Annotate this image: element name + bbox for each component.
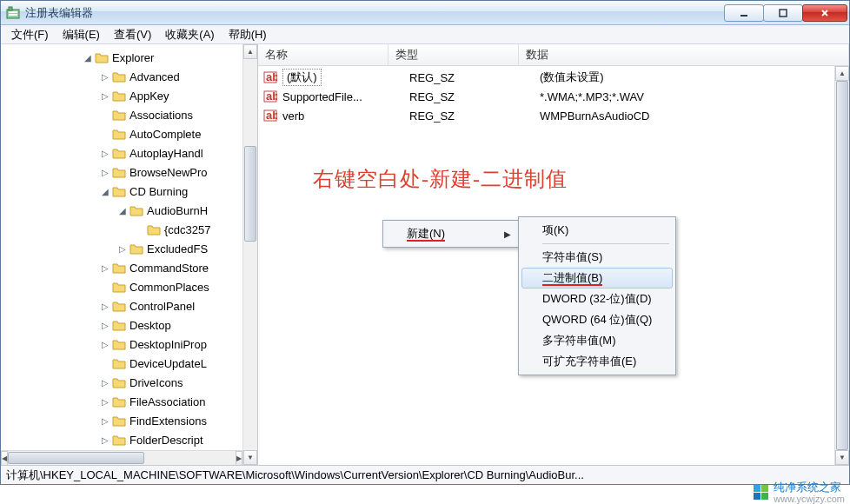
expand-icon[interactable]: ▷ <box>100 397 110 407</box>
menu-help[interactable]: 帮助(H) <box>222 25 274 44</box>
col-type[interactable]: 类型 <box>388 44 519 65</box>
expand-icon[interactable]: ▷ <box>100 378 110 388</box>
tree-item[interactable]: ▷CommandStore <box>1 258 257 277</box>
tree-item[interactable]: ▷Desktop <box>1 315 257 335</box>
expand-icon[interactable]: ▷ <box>100 435 110 445</box>
tree-item[interactable]: ▷FileAssociation <box>1 392 257 411</box>
none-icon <box>135 225 145 235</box>
scroll-up-icon[interactable]: ▲ <box>835 66 849 81</box>
folder-icon <box>112 281 126 293</box>
list-row[interactable]: ab verb REG_SZ WMPBurnAsAudioCD <box>258 106 849 125</box>
folder-icon <box>112 338 126 350</box>
titlebar[interactable]: 注册表编辑器 <box>1 1 849 25</box>
value-name: (默认) <box>282 69 322 86</box>
tree-item[interactable]: ▷FolderDescript <box>1 430 257 449</box>
none-icon <box>100 110 110 120</box>
tree-item[interactable]: ▷DriveIcons <box>1 373 257 392</box>
sub-key[interactable]: 项(K) <box>521 220 673 241</box>
tree-item[interactable]: CommonPlaces <box>1 277 257 296</box>
scroll-thumb[interactable] <box>836 81 848 450</box>
folder-icon <box>112 128 126 140</box>
string-value-icon: ab <box>263 109 277 123</box>
folder-icon <box>112 395 126 408</box>
tree-item[interactable]: ▷DesktopIniProp <box>1 335 257 354</box>
menu-favorites[interactable]: 收藏夹(A) <box>158 25 221 44</box>
sub-multi[interactable]: 多字符串值(M) <box>521 330 673 351</box>
svg-rect-3 <box>9 14 17 16</box>
collapse-icon[interactable]: ◢ <box>83 53 93 63</box>
app-icon <box>6 6 20 20</box>
sub-qword[interactable]: QWORD (64 位)值(Q) <box>521 309 673 330</box>
tree-scrollbar-h[interactable]: ◀▶ <box>1 450 242 465</box>
expand-icon[interactable]: ▷ <box>100 321 110 330</box>
value-data: (数值未设置) <box>533 70 849 85</box>
expand-icon[interactable]: ▷ <box>100 91 110 101</box>
tree-item-audioburn[interactable]: ◢AudioBurnH <box>1 201 257 220</box>
expand-icon[interactable]: ▷ <box>100 168 110 177</box>
tree-item[interactable]: ▷ControlPanel <box>1 296 257 315</box>
folder-icon <box>112 357 126 369</box>
folder-icon <box>95 51 109 63</box>
expand-icon[interactable]: ▷ <box>100 72 110 82</box>
tree-item[interactable]: DeviceUpdateL <box>1 354 257 373</box>
scroll-down-icon[interactable]: ▼ <box>243 450 257 465</box>
tree-item[interactable]: AutoComplete <box>1 124 257 143</box>
folder-icon <box>112 262 126 274</box>
tree-item[interactable]: ▷FindExtensions <box>1 411 257 430</box>
folder-icon <box>112 414 126 427</box>
list-row[interactable]: ab (默认) REG_SZ (数值未设置) <box>258 68 849 87</box>
tree-item[interactable]: {cdc3257 <box>1 220 257 239</box>
tree-item[interactable]: ▷ExcludedFS <box>1 239 257 258</box>
tree-item[interactable]: ▷AutoplayHandl <box>1 143 257 162</box>
tree-pane: ◢Explorer ▷Advanced ▷AppKey Associations… <box>1 44 258 465</box>
sub-binary[interactable]: 二进制值(B) <box>521 268 673 288</box>
maximize-button[interactable] <box>763 4 803 22</box>
scroll-left-icon[interactable]: ◀ <box>1 451 8 465</box>
folder-icon <box>112 70 126 83</box>
value-type: REG_SZ <box>402 90 533 103</box>
svg-rect-4 <box>740 15 747 17</box>
collapse-icon[interactable]: ◢ <box>100 187 110 196</box>
folder-icon <box>112 300 126 312</box>
list-header: 名称 类型 数据 <box>258 44 849 66</box>
scroll-up-icon[interactable]: ▲ <box>243 44 257 59</box>
menu-edit[interactable]: 编辑(E) <box>56 25 107 44</box>
expand-icon[interactable]: ▷ <box>100 340 110 349</box>
scroll-thumb[interactable] <box>8 452 144 464</box>
list-row[interactable]: ab SupportedFile... REG_SZ *.WMA;*.MP3;*… <box>258 87 849 106</box>
close-button[interactable] <box>802 4 847 22</box>
tree-item-explorer[interactable]: ◢Explorer <box>1 48 257 67</box>
collapse-icon[interactable]: ◢ <box>117 206 128 216</box>
sub-expand[interactable]: 可扩充字符串值(E) <box>521 351 673 372</box>
col-name[interactable]: 名称 <box>258 44 388 65</box>
tree-item[interactable]: ▷BrowseNewPro <box>1 162 257 182</box>
folder-icon <box>112 376 126 388</box>
sub-string[interactable]: 字符串值(S) <box>521 247 673 268</box>
ctx-new[interactable]: 新建(N) ▶ <box>386 223 516 244</box>
scroll-right-icon[interactable]: ▶ <box>236 451 242 465</box>
sub-dword[interactable]: DWORD (32-位)值(D) <box>521 288 673 309</box>
tree-item-cdburning[interactable]: ◢CD Burning <box>1 182 257 201</box>
tree-item[interactable]: ▷AppKey <box>1 86 257 105</box>
expand-icon[interactable]: ▷ <box>100 263 110 273</box>
menu-file[interactable]: 文件(F) <box>4 25 56 44</box>
minimize-button[interactable] <box>724 4 764 22</box>
tree-item[interactable]: Associations <box>1 105 257 124</box>
value-data: WMPBurnAsAudioCD <box>533 109 849 123</box>
expand-icon[interactable]: ▷ <box>100 416 110 426</box>
new-submenu: 项(K) 字符串值(S) 二进制值(B) DWORD (32-位)值(D) QW… <box>518 216 676 375</box>
expand-icon[interactable]: ▷ <box>100 302 110 311</box>
watermark: 纯净系统之家 www.ycwjzy.com <box>754 481 845 504</box>
tree-scrollbar-v[interactable]: ▲▼ <box>242 44 257 465</box>
menu-view[interactable]: 查看(V) <box>107 25 158 44</box>
col-data[interactable]: 数据 <box>519 44 849 65</box>
tree-item[interactable]: ▷Advanced <box>1 67 257 86</box>
expand-icon[interactable]: ▷ <box>117 244 128 254</box>
folder-icon <box>147 223 161 235</box>
scroll-thumb[interactable] <box>244 146 256 242</box>
expand-icon[interactable]: ▷ <box>100 149 110 158</box>
list-scrollbar-v[interactable]: ▲▼ <box>834 66 849 465</box>
svg-text:ab: ab <box>266 70 277 83</box>
scroll-down-icon[interactable]: ▼ <box>835 450 849 465</box>
value-name: SupportedFile... <box>282 90 402 103</box>
